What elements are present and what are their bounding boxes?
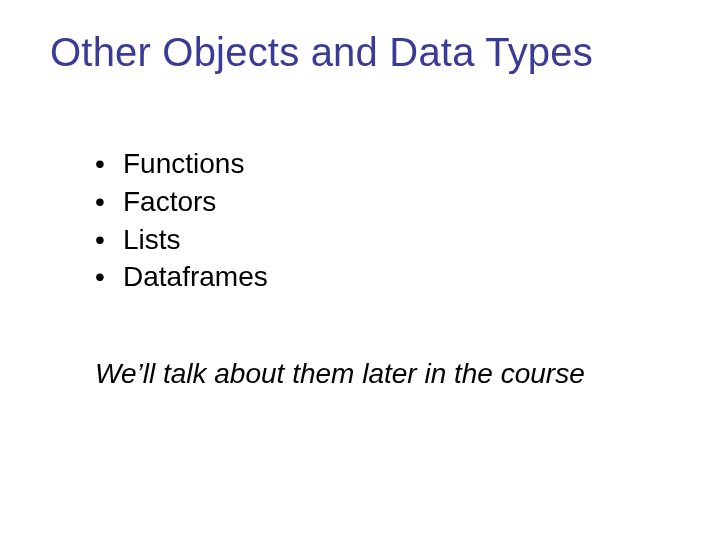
bullet-icon: •	[95, 221, 123, 259]
list-item: • Factors	[95, 183, 670, 221]
footnote: We’ll talk about them later in the cours…	[95, 358, 670, 390]
list-item: • Functions	[95, 145, 670, 183]
bullet-icon: •	[95, 183, 123, 221]
slide: Other Objects and Data Types • Functions…	[0, 0, 720, 540]
list-item-label: Functions	[123, 145, 244, 183]
list-item-label: Lists	[123, 221, 181, 259]
list-item: • Dataframes	[95, 258, 670, 296]
list-item-label: Dataframes	[123, 258, 268, 296]
slide-title: Other Objects and Data Types	[50, 30, 670, 75]
bullet-icon: •	[95, 258, 123, 296]
list-item: • Lists	[95, 221, 670, 259]
list-item-label: Factors	[123, 183, 216, 221]
bullet-icon: •	[95, 145, 123, 183]
bullet-list: • Functions • Factors • Lists • Datafram…	[95, 145, 670, 296]
